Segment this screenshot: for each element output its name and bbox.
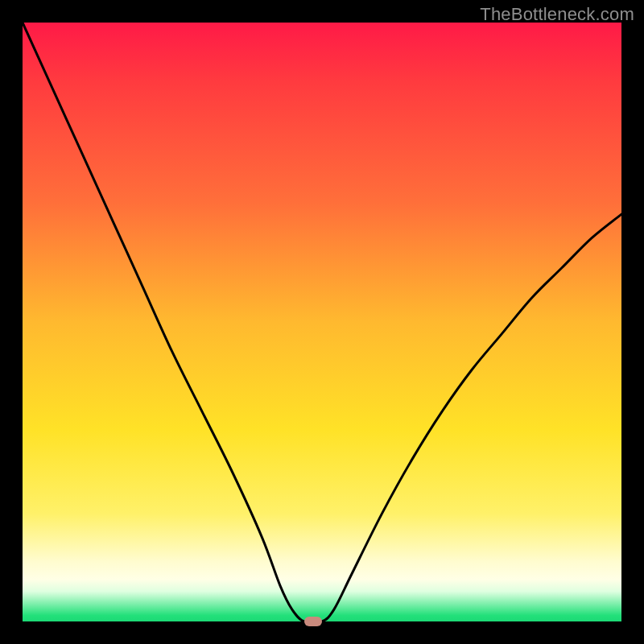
bottleneck-curve: [23, 23, 621, 621]
minimum-marker: [304, 617, 322, 626]
chart-frame: TheBottleneck.com: [0, 0, 644, 644]
watermark-text: TheBottleneck.com: [480, 4, 634, 25]
plot-area: [23, 23, 621, 621]
curve-path: [23, 23, 621, 621]
